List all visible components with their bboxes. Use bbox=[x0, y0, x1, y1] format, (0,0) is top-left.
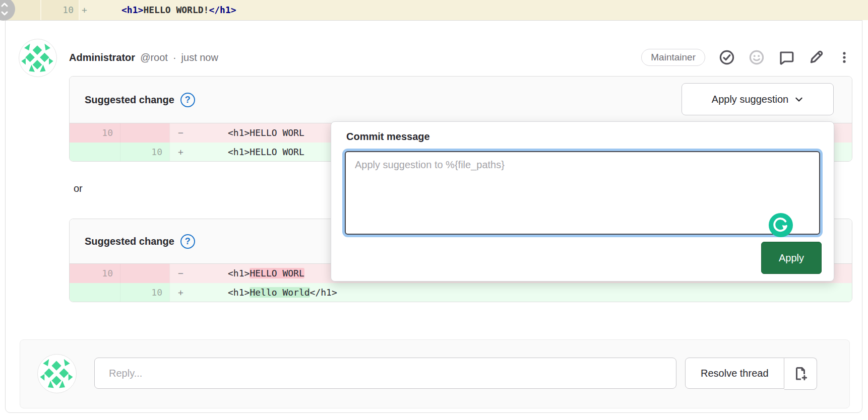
grammarly-icon[interactable] bbox=[769, 213, 793, 237]
new-line-number: 10 bbox=[120, 143, 169, 162]
comment-actions: Maintainer bbox=[641, 39, 851, 76]
diff-added-sign: + bbox=[82, 0, 87, 20]
resolve-check-icon[interactable] bbox=[719, 49, 735, 65]
role-badge: Maintainer bbox=[641, 49, 705, 66]
help-question-icon[interactable]: ? bbox=[180, 234, 195, 249]
apply-suggestion-button[interactable]: Apply suggestion bbox=[681, 83, 834, 115]
avatar[interactable] bbox=[37, 354, 77, 393]
resolve-button-group: Resolve thread bbox=[685, 358, 817, 389]
removed-sign: − bbox=[170, 264, 195, 283]
help-question-icon[interactable]: ? bbox=[180, 93, 195, 107]
popup-title: Commit message bbox=[346, 131, 430, 143]
page-plus-icon bbox=[793, 366, 808, 381]
comment-header: Administrator @root · just now bbox=[69, 39, 218, 76]
apply-suggestion-label: Apply suggestion bbox=[712, 94, 788, 105]
diff-row-added: 10 + <h1>Hello World</h1> bbox=[70, 283, 852, 302]
commit-message-textarea[interactable] bbox=[345, 151, 820, 235]
meta-separator: · bbox=[173, 52, 176, 63]
resolve-thread-button[interactable]: Resolve thread bbox=[685, 358, 784, 389]
reply-panel: Resolve thread bbox=[20, 339, 850, 408]
diff-code: <h1>HELLO WORL bbox=[195, 143, 304, 162]
new-line-number: 10 bbox=[120, 283, 169, 302]
or-separator-label: or bbox=[74, 183, 83, 194]
diff-code: <h1>HELLO WORL bbox=[195, 264, 304, 283]
reply-input[interactable] bbox=[94, 358, 676, 389]
merge-request-discussion-page: 10 + <h1>HELLO WORLD!</h1> bbox=[0, 0, 868, 420]
author-name[interactable]: Administrator bbox=[69, 52, 135, 63]
diff-highlighted-line: 10 + <h1>HELLO WORLD!</h1> bbox=[0, 0, 868, 20]
new-line-number bbox=[120, 123, 169, 143]
apply-button[interactable]: Apply bbox=[761, 242, 822, 274]
old-line-number bbox=[70, 143, 120, 162]
old-line-number: 10 bbox=[70, 264, 120, 283]
suggestion-title: Suggested change bbox=[85, 94, 174, 106]
diff-line-number[interactable]: 10 bbox=[40, 0, 74, 20]
code-text: HELLO WORLD! bbox=[143, 5, 209, 15]
gutter-divider bbox=[79, 0, 80, 20]
more-options-icon[interactable] bbox=[838, 49, 851, 65]
commit-message-popup: Commit message Apply bbox=[331, 121, 834, 282]
diff-code-cell: + <h1>Hello World</h1> bbox=[169, 283, 852, 302]
suggestion-title: Suggested change bbox=[85, 236, 174, 247]
avatar[interactable] bbox=[19, 39, 57, 77]
added-sign: + bbox=[170, 143, 195, 162]
comment-icon[interactable] bbox=[778, 49, 794, 65]
old-line-number: 10 bbox=[70, 123, 120, 143]
old-line-number bbox=[70, 283, 120, 302]
emoji-reaction-icon[interactable] bbox=[749, 49, 765, 65]
comment-timestamp[interactable]: just now bbox=[181, 52, 218, 63]
discussion-thread-container: Administrator @root · just now Maintaine… bbox=[5, 20, 862, 413]
diff-code: <h1>HELLO WORL bbox=[195, 123, 304, 143]
added-sign: + bbox=[170, 283, 195, 302]
suggestion-header: Suggested change ? Apply suggestion bbox=[70, 77, 852, 123]
code-close-tag: </h1> bbox=[209, 5, 236, 15]
code-open-tag: <h1> bbox=[89, 5, 143, 15]
diff-code: <h1>Hello World</h1> bbox=[195, 283, 337, 302]
diff-code-line: <h1>HELLO WORLD!</h1> bbox=[89, 0, 236, 20]
author-handle[interactable]: @root bbox=[140, 52, 168, 63]
chevron-down-icon bbox=[794, 95, 803, 104]
removed-sign: − bbox=[170, 123, 195, 143]
edit-pencil-icon[interactable] bbox=[808, 49, 824, 65]
new-issue-button[interactable] bbox=[784, 358, 817, 390]
new-line-number bbox=[120, 264, 169, 283]
